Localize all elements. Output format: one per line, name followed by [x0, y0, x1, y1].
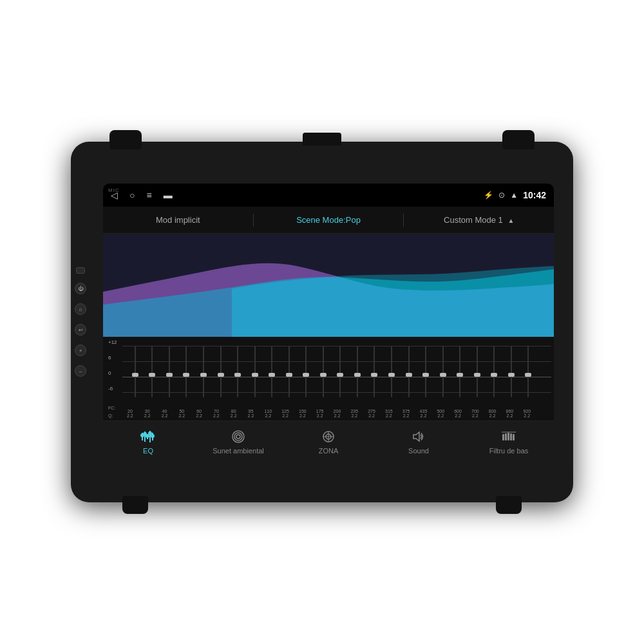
zone-icon — [321, 430, 336, 445]
eq-slider-60[interactable] — [196, 339, 211, 404]
eq-slider-275[interactable] — [367, 339, 383, 404]
eq-thumb-20[interactable] — [132, 373, 138, 377]
nav-item-sunet[interactable]: Sunet ambiental — [193, 428, 283, 457]
eq-slider-700[interactable] — [469, 339, 485, 404]
eq-thumb-800[interactable] — [491, 373, 497, 377]
nav-label-sunet: Sunet ambiental — [213, 447, 264, 455]
freq-fc-235: 235 — [346, 409, 362, 413]
eq-thumb-60[interactable] — [200, 373, 207, 377]
eq-slider-200[interactable] — [333, 339, 348, 404]
eq-thumb-110[interactable] — [269, 373, 275, 377]
eq-slider-860[interactable] — [504, 339, 519, 404]
eq-slider-800[interactable] — [486, 339, 502, 404]
nav-item-sound[interactable]: Sound — [374, 428, 464, 457]
bracket-bottom-left — [122, 496, 148, 514]
eq-thumb-175[interactable] — [320, 373, 327, 377]
freq-q-40: 2.2 — [157, 413, 173, 418]
eq-thumb-70[interactable] — [218, 373, 224, 377]
eq-thumb-860[interactable] — [508, 373, 515, 377]
eq-thumb-80[interactable] — [234, 373, 241, 377]
freq-group-110: 1102.2 — [260, 409, 276, 418]
eq-track-235 — [357, 346, 358, 397]
freq-q-110: 2.2 — [260, 413, 276, 418]
nav-icons: ◁ ○ ≡ ▬ — [111, 190, 476, 200]
eq-slider-30[interactable] — [145, 339, 160, 404]
freq-fc-30: 30 — [140, 409, 155, 413]
eq-slider-375[interactable] — [401, 339, 417, 404]
eq-thumb-435[interactable] — [422, 373, 429, 377]
eq-thumb-700[interactable] — [474, 373, 480, 377]
mode-scene[interactable]: Scene Mode:Pop — [254, 215, 404, 225]
eq-slider-175[interactable] — [316, 339, 331, 404]
eq-thumb-500[interactable] — [440, 373, 446, 377]
eq-visualization — [103, 234, 554, 337]
freq-q-80: 2.2 — [226, 413, 242, 418]
eq-thumb-235[interactable] — [354, 373, 361, 377]
rst-button[interactable] — [76, 267, 85, 274]
vol-up-button[interactable]: + — [75, 345, 86, 356]
eq-slider-95[interactable] — [247, 339, 263, 404]
home-button[interactable]: ⌂ — [75, 303, 86, 315]
freq-group-50: 502.2 — [174, 409, 189, 418]
eq-slider-50[interactable] — [179, 339, 194, 404]
eq-label-plus12: +12 — [108, 339, 117, 345]
freq-group-40: 402.2 — [157, 409, 173, 418]
eq-slider-110[interactable] — [264, 339, 279, 404]
eq-thumb-30[interactable] — [149, 373, 155, 377]
eq-slider-500[interactable] — [435, 339, 451, 404]
eq-thumb-125[interactable] — [286, 373, 292, 377]
eq-thumb-50[interactable] — [183, 373, 189, 377]
eq-thumb-315[interactable] — [388, 373, 395, 377]
eq-track-175 — [323, 346, 324, 397]
eq-label-minus6: -6 — [108, 386, 113, 392]
eq-slider-150[interactable] — [298, 339, 314, 404]
eq-track-30 — [151, 346, 153, 397]
eq-thumb-600[interactable] — [457, 373, 463, 377]
status-icons: ⚡ ⊙ ▲ 10:42 — [484, 190, 546, 200]
mode-arrow-icon: ▲ — [507, 217, 514, 224]
screenshot-nav-icon[interactable]: ▬ — [164, 190, 173, 200]
vol-down-button[interactable]: – — [75, 365, 86, 377]
freq-q-50: 2.2 — [174, 413, 189, 418]
eq-track-275 — [374, 346, 375, 397]
eq-thumb-920[interactable] — [525, 373, 531, 377]
eq-thumb-150[interactable] — [303, 373, 309, 377]
eq-track-20 — [135, 346, 136, 397]
eq-thumb-40[interactable] — [166, 373, 173, 377]
nav-label-zona: ZONA — [319, 447, 339, 455]
eq-slider-40[interactable] — [162, 339, 177, 404]
eq-slider-435[interactable] — [418, 339, 433, 404]
eq-slider-70[interactable] — [213, 339, 229, 404]
eq-track-200 — [339, 346, 341, 397]
eq-track-80 — [237, 346, 238, 397]
freq-fc-95: 95 — [243, 409, 259, 413]
nav-item-eq[interactable]: EQ — [103, 428, 193, 457]
home-nav-icon[interactable]: ○ — [129, 190, 135, 200]
menu-nav-icon[interactable]: ≡ — [146, 190, 151, 200]
nav-item-filtru[interactable]: Filtru de bas — [464, 428, 554, 457]
freq-q-200: 2.2 — [330, 413, 345, 418]
freq-q-700: 2.2 — [468, 413, 483, 418]
eq-thumb-200[interactable] — [337, 373, 343, 377]
mode-implicit[interactable]: Mod implicit — [103, 215, 253, 225]
eq-slider-80[interactable] — [230, 339, 245, 404]
eq-slider-315[interactable] — [384, 339, 399, 404]
freq-fc-60: 60 — [191, 409, 207, 413]
bluetooth-icon: ⚡ — [484, 191, 493, 200]
freq-fc-20: 20 — [122, 409, 138, 413]
eq-thumb-375[interactable] — [406, 373, 412, 377]
eq-slider-600[interactable] — [452, 339, 468, 404]
svg-rect-18 — [502, 434, 504, 440]
power-button[interactable]: ⏻ — [75, 283, 86, 294]
eq-slider-20[interactable] — [128, 339, 143, 404]
back-button[interactable]: ↩ — [75, 324, 86, 336]
mode-custom[interactable]: Custom Mode 1 ▲ — [404, 215, 554, 225]
eq-slider-125[interactable] — [281, 339, 297, 404]
nav-item-zona[interactable]: ZONA — [283, 428, 374, 457]
eq-slider-920[interactable] — [521, 339, 536, 404]
svg-rect-21 — [510, 433, 512, 440]
freq-fc-860: 860 — [502, 409, 518, 413]
eq-thumb-275[interactable] — [371, 373, 377, 377]
eq-thumb-95[interactable] — [252, 373, 258, 377]
eq-slider-235[interactable] — [350, 339, 365, 404]
